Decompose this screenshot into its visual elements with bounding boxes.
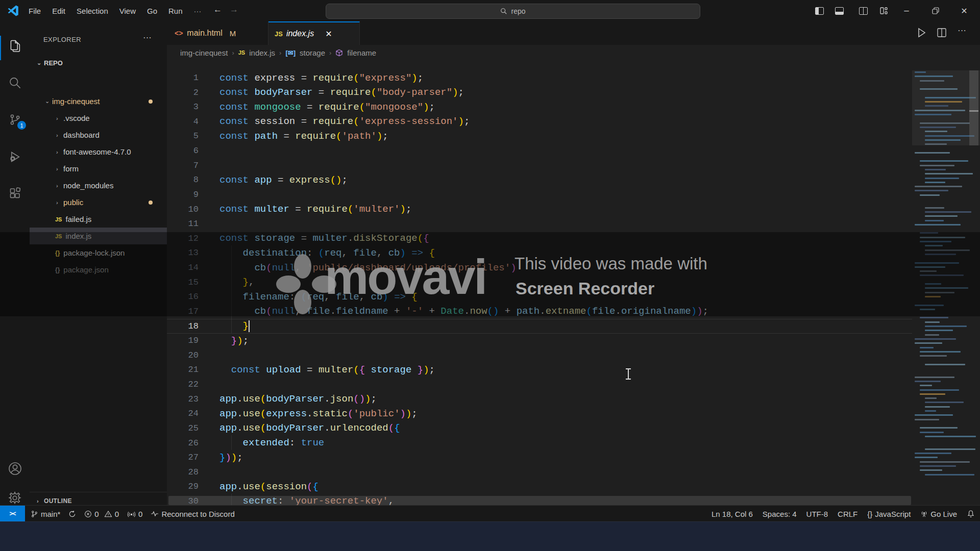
minimize-button[interactable]: – [895,0,918,21]
search-view-icon[interactable] [7,74,23,91]
menu-go[interactable]: Go [142,5,162,17]
code-line-11[interactable]: 11 [167,216,912,231]
sync-changes-item[interactable] [68,510,76,518]
code-text: app.use(bodyParser.json()); [219,393,377,405]
remote-indicator[interactable]: >< [0,506,25,522]
indentation-item[interactable]: Spaces: 4 [763,510,797,518]
status-bar-right: Ln 18, Col 6 Spaces: 4 UTF-8 CRLF {} Jav… [712,506,975,522]
tree-item-failed-js[interactable]: JSfailed.js [30,211,167,228]
breadcrumb-folder[interactable]: img-cinequest [180,48,228,57]
explorer-icon[interactable] [7,38,23,54]
encoding-item[interactable]: UTF-8 [806,510,828,518]
nav-forward-icon[interactable]: → [225,5,243,15]
menu-selection[interactable]: Selection [71,5,113,17]
code-line-28[interactable]: 28 [167,465,912,480]
run-debug-icon[interactable] [7,148,23,165]
breadcrumb-symbol-filename[interactable]: filename [347,48,376,57]
code-line-19[interactable]: 19 }); [167,333,912,348]
minimap-line [925,334,939,336]
tree-item-form[interactable]: ›form [30,160,167,177]
line-number: 11 [167,219,199,229]
code-line-4[interactable]: 4const session = require('express-sessio… [167,114,912,129]
tree-item-font-awesome-4-7-0[interactable]: ›font-awesome-4.7.0 [30,143,167,160]
vertical-scrollbar[interactable] [969,70,978,145]
git-branch-icon [31,510,38,518]
code-line-10[interactable]: 10const multer = require('multer'); [167,202,912,217]
code-line-29[interactable]: 29app.use(session({ [167,479,912,494]
breadcrumb-symbol-storage[interactable]: storage [300,48,325,57]
tree-item-root[interactable]: ⌄img-cinequest [30,93,167,110]
toggle-panel-button[interactable] [827,0,851,21]
command-search-box[interactable]: repo [326,4,700,19]
maximize-button[interactable] [924,0,947,21]
account-icon[interactable] [7,460,23,477]
menu-view[interactable]: View [114,5,141,17]
breadcrumb-file[interactable]: index.js [249,48,275,57]
explorer-actions-icon[interactable]: ··· [143,33,152,43]
menu-[interactable]: ··· [189,5,207,17]
tree-item-dashboard[interactable]: ›dashboard [30,127,167,143]
notifications-bell-icon[interactable] [967,510,975,518]
code-line-22[interactable]: 22 [167,377,912,392]
minimap-line [920,385,932,386]
language-item[interactable]: {} JavaScript [867,510,911,518]
code-line-2[interactable]: 2const bodyParser = require("body-parser… [167,85,912,100]
split-editor-icon[interactable] [937,28,947,38]
cursor-position-item[interactable]: Ln 18, Col 6 [712,510,753,518]
sync-icon [68,510,76,518]
code-line-7[interactable]: 7 [167,158,912,173]
js-file-icon: JS [55,216,62,222]
git-branch-item[interactable]: main* [31,510,60,518]
code-line-24[interactable]: 24app.use(express.static('public')); [167,406,912,421]
code-line-18[interactable]: 18 } [167,319,912,334]
code-line-3[interactable]: 3const mongoose = require("mongoose"); [167,99,912,114]
chevron-down-icon: ⌄ [37,60,44,66]
minimap-line [915,76,953,77]
minimap-line [920,355,947,357]
code-line-6[interactable]: 6 [167,143,912,158]
code-line-21[interactable]: 21 const upload = multer({ storage }); [167,362,912,377]
code-line-1[interactable]: 1const express = require("express"); [167,70,912,85]
code-line-20[interactable]: 20 [167,348,912,363]
minimap-line [925,406,950,408]
editor-more-actions-icon[interactable]: ··· [958,26,966,36]
minimap-line [915,152,950,154]
menu-file[interactable]: File [23,5,46,17]
horizontal-scrollbar[interactable] [168,496,911,505]
eol-item[interactable]: CRLF [838,510,857,518]
extensions-icon[interactable] [7,185,23,202]
golive-item[interactable]: Go Live [920,510,957,518]
settings-gear-icon[interactable] [7,490,23,506]
code-line-26[interactable]: 26 extended: true [167,436,912,450]
repo-section-header[interactable]: ⌄ REPO [30,55,167,71]
breadcrumb-separator: › [279,49,281,57]
code-line-27[interactable]: 27})); [167,450,912,465]
code-line-25[interactable]: 25app.use(bodyParser.urlencoded({ [167,421,912,436]
code-text: })); [219,452,243,463]
close-tab-icon[interactable]: ✕ [325,29,332,39]
code-line-23[interactable]: 23app.use(bodyParser.json()); [167,392,912,407]
tree-item-public[interactable]: ›public [30,194,167,211]
minimap-line [925,215,958,217]
close-button[interactable]: ✕ [952,0,976,21]
source-control-icon[interactable]: 1 [7,111,23,128]
customize-layout-button[interactable] [872,0,896,21]
menu-edit[interactable]: Edit [47,5,70,17]
run-file-icon[interactable] [915,27,927,39]
minimap-line [915,457,938,458]
problems-item[interactable]: 0 0 [84,510,119,518]
minimap-line [920,432,944,433]
menu-run[interactable]: Run [163,5,188,17]
discord-status-item[interactable]: Reconnect to Discord [151,510,234,518]
movavi-logo-icon [276,276,301,293]
tab-index-js[interactable]: JS index.js ✕ [268,21,360,45]
tree-item-node-modules[interactable]: ›node_modules [30,177,167,194]
ports-item[interactable]: 0 [127,510,142,518]
code-line-9[interactable]: 9 [167,187,912,202]
code-line-5[interactable]: 5const path = require('path'); [167,129,912,143]
tab-main-html[interactable]: <> main.html M [168,21,268,45]
minimap-line [920,469,942,471]
tree-item--vscode[interactable]: ›.vscode [30,110,167,127]
toggle-secondary-sidebar-button[interactable] [851,0,875,21]
code-line-8[interactable]: 8const app = express(); [167,172,912,187]
